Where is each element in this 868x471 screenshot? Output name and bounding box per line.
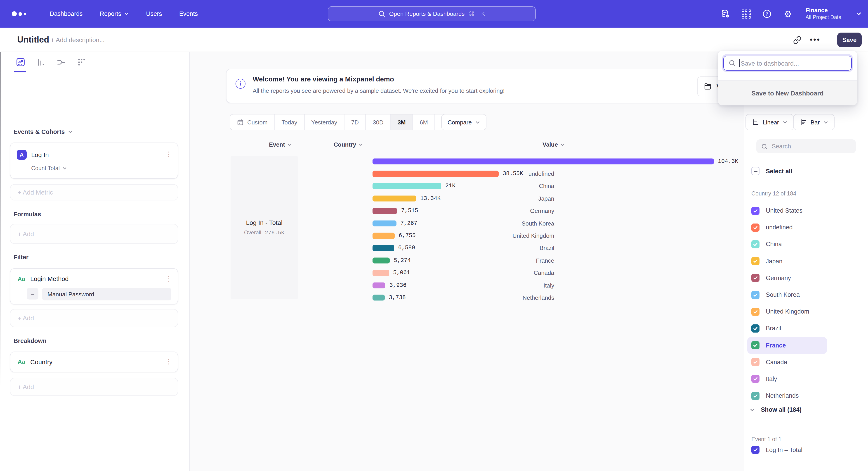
legend-country-row-united-kingdom[interactable]: United Kingdom <box>747 303 827 320</box>
legend-country-row-france[interactable]: France <box>747 337 827 354</box>
select-all-row[interactable]: Select all <box>751 167 792 175</box>
value-bar[interactable] <box>373 208 397 214</box>
tab-funnels[interactable] <box>36 55 46 69</box>
country-column-header[interactable]: Country <box>334 141 363 148</box>
project-switcher[interactable]: Finance All Project Data <box>805 7 841 21</box>
svg-text:?: ? <box>766 11 768 17</box>
filter-operator[interactable]: = <box>27 288 38 299</box>
tab-retention[interactable] <box>76 55 86 69</box>
chart-type-dropdown[interactable]: Bar <box>794 114 835 130</box>
value-bar[interactable] <box>373 245 394 251</box>
legend-country-row-united-states[interactable]: United States <box>747 202 827 219</box>
country-checkbox[interactable] <box>751 291 760 299</box>
legend-country-row-netherlands[interactable]: Netherlands <box>747 387 827 404</box>
legend-country-row-brazil[interactable]: Brazil <box>747 320 827 337</box>
country-checkbox[interactable] <box>751 341 760 349</box>
filter-value[interactable]: Manual Password <box>42 288 171 300</box>
country-checkbox[interactable] <box>751 207 760 215</box>
range-3m[interactable]: 3M <box>391 115 413 130</box>
settings-gear-icon[interactable]: ⚙ <box>783 9 793 19</box>
mixpanel-logo-icon[interactable] <box>12 11 32 16</box>
value-bar[interactable] <box>373 171 499 177</box>
country-checkbox[interactable] <box>751 274 760 282</box>
compare-button[interactable]: Compare <box>441 114 487 130</box>
value-bar[interactable] <box>373 233 395 239</box>
project-chevron-down-icon[interactable] <box>856 11 862 17</box>
country-checkbox[interactable] <box>751 257 760 265</box>
filter-card-login-method[interactable]: Aa Login Method ⋮ = Manual Password <box>10 268 178 304</box>
metric-kebab-icon[interactable]: ⋮ <box>165 151 172 157</box>
metric-aggregation-dropdown[interactable]: Count Total <box>31 165 67 172</box>
legend-country-row-china[interactable]: China <box>747 236 827 253</box>
value-column-header[interactable]: Value <box>542 141 565 148</box>
value-bar[interactable] <box>373 295 385 301</box>
legend-search-input[interactable] <box>772 143 844 150</box>
legend-country-row-italy[interactable]: Italy <box>747 371 827 387</box>
nav-users[interactable]: Users <box>146 10 162 17</box>
show-all-button[interactable]: Show all (184) <box>749 406 802 413</box>
save-dashboard-input[interactable] <box>741 59 844 67</box>
country-checkbox[interactable] <box>751 240 760 248</box>
copy-link-icon[interactable] <box>793 35 802 44</box>
scale-dropdown[interactable]: Linear <box>745 114 794 130</box>
metric-event-name[interactable]: Log In <box>31 151 49 158</box>
nav-reports[interactable]: Reports <box>100 10 129 17</box>
legend-country-row-undefined[interactable]: undefined <box>747 219 827 236</box>
range-yesterday[interactable]: Yesterday <box>305 115 344 130</box>
select-all-checkbox[interactable] <box>751 167 760 175</box>
apps-grid-icon[interactable] <box>741 9 751 19</box>
value-bar[interactable] <box>373 158 714 165</box>
value-bar[interactable] <box>373 270 389 276</box>
more-options-icon[interactable]: ••• <box>810 35 820 45</box>
event-checkbox[interactable] <box>751 446 760 454</box>
event-column-header[interactable]: Event <box>269 141 292 148</box>
country-checkbox[interactable] <box>751 324 760 332</box>
add-metric-button[interactable]: + Add Metric <box>10 184 178 200</box>
legend-country-row-japan[interactable]: Japan <box>747 253 827 269</box>
filter-property-name[interactable]: Login Method <box>30 275 69 282</box>
nav-events[interactable]: Events <box>179 10 198 17</box>
legend-country-row-south-korea[interactable]: South Korea <box>747 286 827 303</box>
legend-country-row-canada[interactable]: Canada <box>747 354 827 370</box>
value-bar[interactable] <box>373 282 385 289</box>
legend-event-row[interactable]: Log In – Total <box>751 446 802 454</box>
add-formula-button[interactable]: + Add <box>10 224 178 244</box>
range-30d[interactable]: 30D <box>366 115 391 130</box>
value-bar[interactable] <box>373 220 396 227</box>
add-breakdown-button[interactable]: + Add <box>10 378 178 396</box>
nav-dashboards[interactable]: Dashboards <box>50 10 83 17</box>
breakdown-kebab-icon[interactable]: ⋮ <box>165 358 172 365</box>
save-dashboard-search[interactable] <box>723 56 852 70</box>
country-checkbox[interactable] <box>751 307 760 316</box>
breakdown-property-name[interactable]: Country <box>30 358 53 365</box>
country-checkbox[interactable] <box>751 391 760 400</box>
filter-kebab-icon[interactable]: ⋮ <box>165 275 172 282</box>
add-description-field[interactable]: + Add description... <box>51 36 105 43</box>
country-checkbox[interactable] <box>751 358 760 366</box>
metric-card-log-in[interactable]: A Log In ⋮ Count Total <box>10 143 178 179</box>
global-search-button[interactable]: Open Reports & Dashboards ⌘ + K <box>328 6 536 21</box>
tab-flows[interactable] <box>56 55 66 69</box>
breakdown-card-country[interactable]: Aa Country ⋮ <box>10 352 178 372</box>
range-custom[interactable]: Custom <box>230 115 275 130</box>
value-bar[interactable] <box>373 258 390 264</box>
tab-insights[interactable] <box>16 55 25 69</box>
country-checkbox[interactable] <box>751 375 760 383</box>
report-title[interactable]: Untitled <box>17 35 49 45</box>
range-6m[interactable]: 6M <box>413 115 435 130</box>
events-cohorts-header[interactable]: Events & Cohorts <box>13 128 73 135</box>
add-filter-button[interactable]: + Add <box>10 309 178 327</box>
legend-search[interactable] <box>756 139 856 153</box>
save-button[interactable]: Save <box>837 33 862 47</box>
legend-country-label: Brazil <box>766 325 781 332</box>
value-bar[interactable] <box>373 183 441 189</box>
value-bar[interactable] <box>373 196 416 202</box>
country-checkbox[interactable] <box>751 224 760 232</box>
save-to-new-dashboard-button[interactable]: Save to New Dashboard <box>718 80 857 106</box>
range-today[interactable]: Today <box>275 115 305 130</box>
legend-country-row-germany[interactable]: Germany <box>747 270 827 286</box>
help-icon[interactable]: ? <box>762 9 772 19</box>
range-7d[interactable]: 7D <box>344 115 366 130</box>
data-management-icon[interactable] <box>720 9 730 19</box>
bar-value-label: 38.55K <box>503 171 523 177</box>
